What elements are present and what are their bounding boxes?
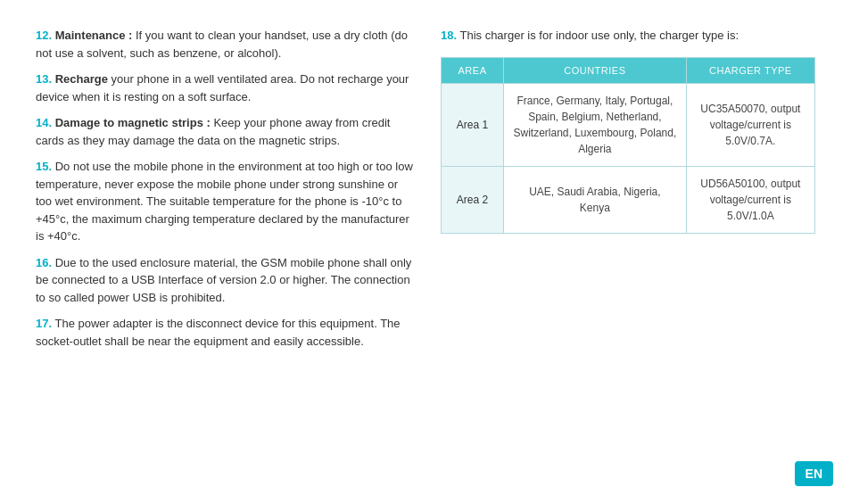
list-item: 14. Damage to magnetic strips : Keep you… — [36, 114, 414, 149]
item-number: 15. — [36, 160, 52, 173]
table-row: Area 1 France, Germany, Italy, Portugal,… — [442, 83, 815, 166]
intro-number: 18. — [441, 29, 457, 42]
item-heading: Maintenance : — [55, 29, 133, 42]
item-heading: Recharge — [55, 72, 108, 86]
item-number: 16. — [36, 256, 52, 269]
table-header-row: AREA COUNTRIES CHARGER TYPE — [442, 57, 815, 83]
list-item: 16. Due to the used enclosure material, … — [36, 254, 414, 307]
charger-table: AREA COUNTRIES CHARGER TYPE Area 1 Franc… — [441, 57, 815, 234]
col-header-countries: COUNTRIES — [504, 57, 687, 83]
item-text: Do not use the mobile phone in the envir… — [36, 160, 413, 243]
left-column: 12. Maintenance : If you want to clean y… — [36, 27, 414, 359]
content-wrapper: 12. Maintenance : If you want to clean y… — [36, 27, 815, 359]
item-number: 17. — [36, 317, 52, 330]
list-item: 15. Do not use the mobile phone in the e… — [36, 158, 414, 245]
area-cell: Area 2 — [442, 166, 504, 233]
item-number: 14. — [36, 116, 52, 129]
countries-cell: France, Germany, Italy, Portugal, Spain,… — [504, 83, 687, 166]
item-text: Due to the used enclosure material, the … — [36, 256, 411, 304]
col-header-charger: CHARGER TYPE — [686, 57, 814, 83]
list-item: 17. The power adapter is the disconnect … — [36, 315, 414, 350]
area-cell: Area 1 — [442, 83, 504, 166]
item-number: 12. — [36, 29, 52, 42]
item-heading: Damage to magnetic strips : — [55, 116, 211, 129]
intro-paragraph: 18. This charger is for indoor use only,… — [441, 27, 815, 45]
right-column: 18. This charger is for indoor use only,… — [441, 27, 815, 359]
charger-cell: UC35A50070, output voltage/current is 5.… — [686, 83, 814, 166]
charger-cell: UD56A50100, output voltage/current is 5.… — [686, 166, 814, 233]
col-header-area: AREA — [442, 57, 504, 83]
countries-cell: UAE, Saudi Arabia, Nigeria, Kenya — [504, 166, 687, 233]
item-number: 13. — [36, 72, 52, 86]
language-badge: EN — [795, 461, 833, 486]
table-row: Area 2 UAE, Saudi Arabia, Nigeria, Kenya… — [442, 166, 815, 233]
list-item: 12. Maintenance : If you want to clean y… — [36, 27, 414, 62]
intro-body: This charger is for indoor use only, the… — [457, 29, 739, 42]
item-text: The power adapter is the disconnect devi… — [36, 317, 401, 348]
list-item: 13. Recharge your phone in a well ventil… — [36, 70, 414, 105]
